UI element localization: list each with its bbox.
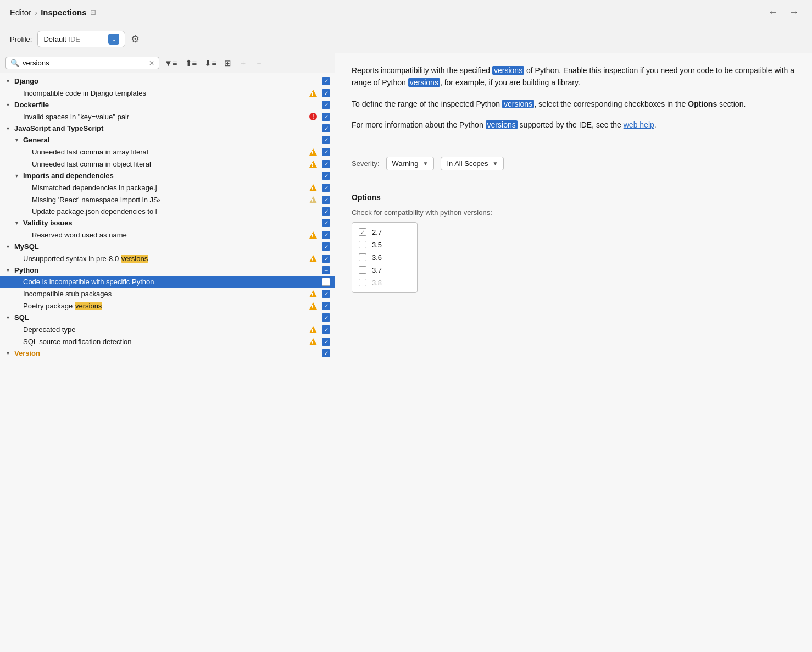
profile-name: Default IDE — [43, 35, 104, 43]
web-help-link[interactable]: web help — [624, 120, 654, 129]
item-label-django-incompatible: Incompatible code in Django templates — [23, 89, 309, 97]
checkbox-unneeded-object[interactable] — [322, 160, 330, 168]
gear-button[interactable]: ⚙ — [131, 33, 140, 45]
search-box[interactable]: 🔍 ✕ — [5, 57, 159, 69]
item-label-mysql: MySQL — [14, 242, 320, 251]
severity-label: Severity: — [352, 159, 380, 168]
item-label-code-incompatible: Code is incompatible with specific Pytho… — [23, 278, 320, 286]
forward-button[interactable]: → — [786, 5, 802, 19]
tree-item-poetry[interactable]: Poetry package versions — [0, 300, 335, 312]
severity-dropdown[interactable]: Warning ▼ — [386, 157, 435, 170]
checkbox-mismatched[interactable] — [322, 184, 330, 192]
tree-item-mysql[interactable]: ▾ MySQL — [0, 241, 335, 252]
checkbox-dockerfile-invalid[interactable] — [322, 113, 330, 121]
checkbox-update-package[interactable] — [322, 207, 330, 216]
profile-label: Profile: — [10, 35, 32, 43]
tree-item-version-section[interactable]: ▾ Version — [0, 347, 335, 359]
version-checkbox-27[interactable] — [359, 228, 366, 236]
tree-item-python[interactable]: ▾ Python — [0, 264, 335, 276]
checkbox-unsupported[interactable] — [322, 255, 330, 263]
checkbox-unneeded-array[interactable] — [322, 148, 330, 156]
item-label-js-ts: JavaScript and TypeScript — [14, 124, 320, 132]
header-nav: ← → — [765, 5, 802, 19]
item-label-missing-react: Missing 'React' namespace import in JS› — [32, 196, 309, 204]
version-label-37: 3.7 — [372, 266, 382, 274]
breadcrumb: Editor › Inspections ⊡ — [10, 8, 96, 17]
checkbox-sql[interactable] — [322, 313, 330, 322]
tree-item-unneeded-object[interactable]: Unneeded last comma in object literal — [0, 158, 335, 170]
tree-item-incompatible-stub[interactable]: Incompatible stub packages — [0, 288, 335, 300]
checkbox-imports[interactable] — [322, 172, 330, 180]
tree-item-mismatched[interactable]: Mismatched dependencies in package.j — [0, 181, 335, 194]
item-label-imports: Imports and dependencies — [23, 172, 320, 180]
back-button[interactable]: ← — [765, 5, 781, 19]
group-button[interactable]: ⊞ — [221, 57, 234, 69]
checkbox-validity[interactable] — [322, 219, 330, 227]
tree-item-dockerfile[interactable]: ▾ Dockerfile — [0, 99, 335, 110]
checkbox-django[interactable] — [322, 77, 330, 85]
checkbox-sql-source[interactable] — [322, 338, 330, 346]
checkbox-missing-react[interactable] — [322, 196, 330, 204]
collapse-all-button[interactable]: ⬇≡ — [202, 57, 219, 69]
checkbox-js-ts[interactable] — [322, 124, 330, 132]
header: Editor › Inspections ⊡ ← → — [0, 0, 812, 25]
tree-item-reserved-word[interactable]: Reserved word used as name — [0, 229, 335, 241]
checkbox-dockerfile[interactable] — [322, 101, 330, 109]
item-label-update-package: Update package.json dependencies to l — [32, 207, 320, 216]
tree-item-deprecated-type[interactable]: Deprecated type — [0, 323, 335, 335]
version-label-27: 2.7 — [372, 228, 382, 236]
tree-item-sql[interactable]: ▾ SQL — [0, 312, 335, 323]
search-input[interactable] — [23, 59, 146, 67]
tree-item-django[interactable]: ▾ Django — [0, 75, 335, 87]
version-checkbox-37[interactable] — [359, 266, 366, 274]
scope-dropdown[interactable]: In All Scopes ▼ — [441, 157, 504, 170]
filter-button[interactable]: ▼≡ — [162, 57, 180, 69]
search-icon: 🔍 — [10, 59, 19, 67]
version-checkbox-38[interactable] — [359, 279, 366, 286]
tree-item-update-package[interactable]: Update package.json dependencies to l — [0, 206, 335, 217]
error-icon-dockerfile: ! — [309, 112, 318, 121]
profile-row: Profile: Default IDE ⌄ ⚙ — [0, 25, 812, 53]
checkbox-poetry[interactable] — [322, 302, 330, 310]
tree-item-validity[interactable]: ▾ Validity issues — [0, 217, 335, 229]
item-label-dockerfile-invalid: Invalid spaces in "key=value" pair — [23, 113, 309, 121]
checkbox-python[interactable] — [322, 266, 330, 274]
remove-button[interactable]: － — [252, 57, 266, 69]
version-checkbox-35[interactable] — [359, 241, 366, 248]
tree-item-unneeded-array[interactable]: Unneeded last comma in array literal — [0, 146, 335, 158]
profile-select[interactable]: Default IDE ⌄ — [37, 31, 125, 47]
tree-item-js-ts[interactable]: ▾ JavaScript and TypeScript — [0, 123, 335, 134]
checkbox-incompatible-stub[interactable] — [322, 290, 330, 298]
tree-item-general[interactable]: ▾ General — [0, 134, 335, 146]
tree-item-dockerfile-invalid[interactable]: Invalid spaces in "key=value" pair ! — [0, 110, 335, 123]
tree-item-django-incompatible[interactable]: Incompatible code in Django templates — [0, 87, 335, 99]
checkbox-code-incompatible[interactable] — [322, 278, 330, 286]
checkbox-general[interactable] — [322, 136, 330, 144]
checkbox-django-incompatible[interactable] — [322, 89, 330, 97]
profile-dropdown-icon[interactable]: ⌄ — [108, 34, 119, 45]
item-label-version-section: Version — [14, 349, 320, 357]
checkbox-mysql[interactable] — [322, 242, 330, 251]
checkbox-deprecated-type[interactable] — [322, 325, 330, 334]
version-checkbox-36[interactable] — [359, 253, 366, 261]
version-item-37: 3.7 — [352, 264, 417, 277]
expand-all-button[interactable]: ⬆≡ — [182, 57, 200, 69]
version-label-35: 3.5 — [372, 241, 382, 249]
checkbox-reserved-word[interactable] — [322, 231, 330, 239]
warning-icon-missing-react — [309, 195, 318, 204]
tree-item-missing-react[interactable]: Missing 'React' namespace import in JS› — [0, 194, 335, 206]
description-paragraph-1: Reports incompatibility with the specifi… — [352, 64, 796, 89]
version-item-27: 2.7 — [352, 226, 417, 239]
tree-item-imports[interactable]: ▾ Imports and dependencies — [0, 170, 335, 181]
toolbar: 🔍 ✕ ▼≡ ⬆≡ ⬇≡ ⊞ ＋ － — [0, 53, 335, 73]
item-label-unneeded-object: Unneeded last comma in object literal — [32, 160, 309, 168]
window-icon: ⊡ — [90, 8, 96, 16]
tree-item-sql-source[interactable]: SQL source modification detection — [0, 335, 335, 347]
checkbox-version-section[interactable] — [322, 349, 330, 357]
add-button[interactable]: ＋ — [236, 57, 250, 69]
tree-item-code-incompatible[interactable]: Code is incompatible with specific Pytho… — [0, 276, 335, 288]
versions-list: 2.7 3.5 3.6 3.7 — [352, 222, 418, 293]
clear-icon[interactable]: ✕ — [149, 59, 154, 67]
warning-icon-unsupported — [309, 254, 318, 263]
tree-item-unsupported[interactable]: Unsupported syntax in pre-8.0 versions — [0, 252, 335, 264]
